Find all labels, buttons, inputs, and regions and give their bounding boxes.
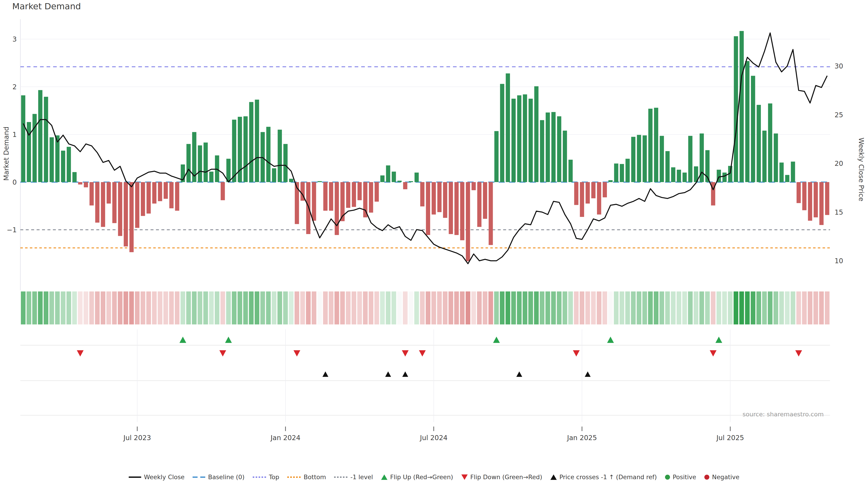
heatmap-cell bbox=[192, 291, 197, 324]
demand-bar-positive bbox=[243, 116, 248, 182]
legend-item[interactable]: -1 level bbox=[334, 474, 373, 481]
legend-item[interactable]: Price crosses -1 ↑ (Demand ref) bbox=[550, 474, 657, 481]
heatmap-cell bbox=[528, 291, 533, 324]
heatmap-cell bbox=[289, 291, 293, 324]
heatmap-cell bbox=[55, 291, 60, 324]
heatmap-cell bbox=[585, 291, 590, 324]
heatmap-cell bbox=[403, 291, 408, 324]
legend-item[interactable]: Top bbox=[253, 474, 279, 481]
demand-bar-positive bbox=[751, 76, 755, 182]
legend-label: Price crosses -1 ↑ (Demand ref) bbox=[559, 474, 657, 481]
demand-bar-negative bbox=[306, 182, 311, 234]
demand-bar-negative bbox=[101, 182, 105, 227]
heatmap-cell bbox=[768, 291, 773, 324]
demand-bar-negative bbox=[135, 182, 140, 228]
legend-item[interactable]: Weekly Close bbox=[129, 474, 185, 481]
heatmap-cell bbox=[546, 291, 550, 324]
heatmap-cell bbox=[711, 291, 716, 324]
heatmap-cell bbox=[648, 291, 653, 324]
heatmap-cell bbox=[266, 291, 271, 324]
legend-item[interactable]: Bottom bbox=[287, 474, 326, 481]
demand-bar-negative bbox=[602, 182, 607, 197]
price-cross-marker bbox=[585, 371, 591, 377]
demand-bar-positive bbox=[734, 36, 738, 182]
demand-bar-positive bbox=[563, 131, 567, 182]
demand-bar-positive bbox=[386, 165, 391, 182]
legend-item[interactable]: Baseline (0) bbox=[193, 474, 244, 481]
flip-down-marker bbox=[219, 350, 226, 357]
heatmap-cell bbox=[426, 291, 430, 324]
demand-bar-negative bbox=[78, 182, 83, 185]
heatmap-cell bbox=[118, 291, 123, 324]
demand-bar-negative bbox=[597, 182, 601, 215]
heatmap-cell bbox=[540, 291, 545, 324]
price-cross-marker bbox=[322, 371, 329, 377]
demand-bar-negative bbox=[124, 182, 128, 247]
legend-item[interactable]: Positive bbox=[665, 474, 696, 481]
heatmap-cell bbox=[363, 291, 368, 324]
demand-bar-positive bbox=[671, 167, 675, 182]
demand-bar-positive bbox=[380, 175, 384, 182]
heatmap-cell bbox=[762, 291, 767, 324]
demand-bar-negative bbox=[346, 182, 350, 208]
heatmap-cell bbox=[534, 291, 539, 324]
heatmap-cell bbox=[61, 291, 66, 324]
heatmap-cell bbox=[317, 291, 322, 324]
heatmap-cell bbox=[448, 291, 453, 324]
heatmap-cell bbox=[106, 291, 111, 324]
legend-item[interactable]: Negative bbox=[704, 474, 739, 481]
heatmap-cell bbox=[135, 291, 140, 324]
legend-dots-icon bbox=[253, 477, 266, 478]
heatmap-cell bbox=[238, 291, 242, 324]
demand-bar-negative bbox=[443, 182, 447, 218]
demand-bar-positive bbox=[745, 61, 749, 182]
legend-item[interactable]: Flip Up (Red→Green) bbox=[381, 474, 453, 481]
flip-down-marker bbox=[77, 350, 84, 357]
heatmap-cell bbox=[163, 291, 168, 324]
demand-bar-positive bbox=[631, 137, 636, 182]
heatmap-cell bbox=[26, 291, 31, 324]
demand-bar-positive bbox=[528, 99, 533, 182]
heatmap-cell bbox=[323, 291, 328, 324]
demand-bar-positive bbox=[557, 116, 561, 182]
heatmap-cell bbox=[409, 291, 413, 324]
demand-bar-positive bbox=[198, 145, 202, 182]
heatmap-cell bbox=[802, 291, 807, 324]
demand-bar-positive bbox=[33, 114, 37, 182]
demand-bar-negative bbox=[574, 182, 579, 205]
demand-bar-negative bbox=[375, 182, 379, 202]
left-axis-tick: 3 bbox=[12, 35, 17, 43]
right-axis-tick: 20 bbox=[835, 160, 843, 167]
heatmap-cell bbox=[489, 291, 493, 324]
heatmap-cell bbox=[300, 291, 305, 324]
heatmap-cell bbox=[112, 291, 117, 324]
heatmap-cell bbox=[643, 291, 647, 324]
demand-bar-positive bbox=[643, 135, 647, 182]
legend-dot-icon bbox=[704, 475, 709, 480]
legend-item[interactable]: Flip Down (Green→Red) bbox=[461, 474, 542, 481]
heatmap-cell bbox=[722, 291, 727, 324]
x-axis-tick-label: Jul 2023 bbox=[123, 434, 151, 442]
heatmap-cell bbox=[819, 291, 824, 324]
heatmap-cell bbox=[785, 291, 789, 324]
market-demand-chart[interactable]: 3210−13025201510Jul 2023Jan 2024Jul 2024… bbox=[0, 0, 868, 470]
demand-bar-negative bbox=[358, 182, 362, 200]
price-cross-marker bbox=[385, 371, 391, 377]
legend-label: -1 level bbox=[350, 474, 373, 481]
legend-dots-icon bbox=[334, 477, 348, 478]
demand-bar-negative bbox=[437, 182, 442, 212]
heatmap-cell bbox=[277, 291, 282, 324]
demand-bar-negative bbox=[323, 182, 328, 211]
heatmap-cell bbox=[169, 291, 174, 324]
heatmap-cell bbox=[443, 291, 447, 324]
heatmap-cell bbox=[602, 291, 607, 324]
demand-bar-positive bbox=[665, 151, 670, 182]
demand-bar-positive bbox=[272, 168, 276, 182]
flip-down-marker bbox=[795, 350, 802, 357]
heatmap-cell bbox=[597, 291, 601, 324]
demand-bar-negative bbox=[118, 182, 122, 236]
legend-label: Negative bbox=[712, 474, 739, 481]
flip-up-marker bbox=[715, 337, 722, 343]
right-axis-tick: 30 bbox=[835, 62, 843, 70]
heatmap-cell bbox=[38, 291, 43, 324]
